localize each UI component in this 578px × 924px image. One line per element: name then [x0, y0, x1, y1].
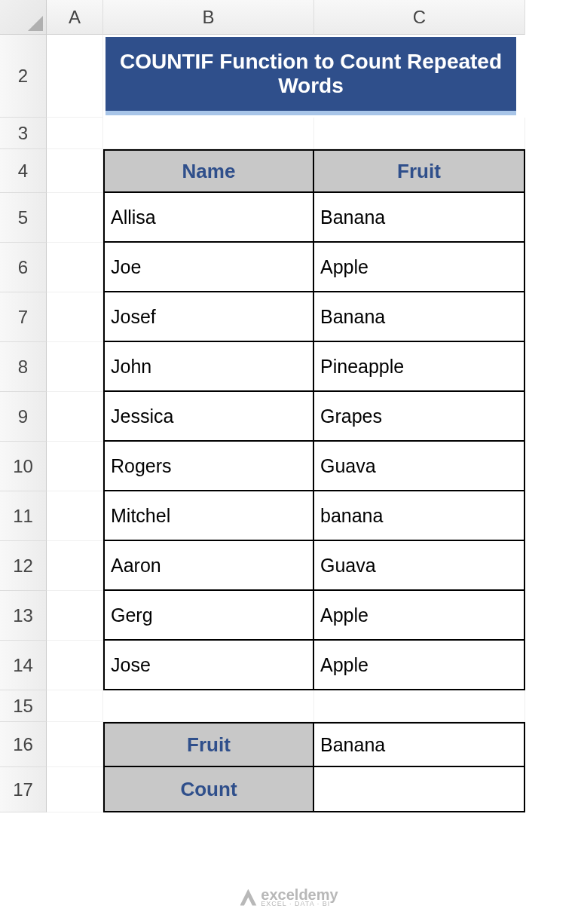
column-header-B[interactable]: B — [103, 0, 314, 35]
table-cell-name[interactable]: Rogers — [103, 442, 314, 491]
table-cell-name[interactable]: Jose — [103, 641, 314, 690]
table-cell-name[interactable]: Mitchel — [103, 491, 314, 541]
cell-A6[interactable] — [47, 243, 103, 292]
row-header-2[interactable]: 2 — [0, 35, 47, 118]
table-cell-fruit[interactable]: Apple — [314, 591, 525, 641]
row-header-11[interactable]: 11 — [0, 491, 47, 541]
cell-A8[interactable] — [47, 342, 103, 392]
cell-A3[interactable] — [47, 118, 103, 149]
row-header-7[interactable]: 7 — [0, 292, 47, 342]
column-header-A[interactable]: A — [47, 0, 103, 35]
table-header-fruit[interactable]: Fruit — [314, 149, 525, 193]
summary-fruit-label[interactable]: Fruit — [103, 722, 314, 767]
cell-A10[interactable] — [47, 442, 103, 491]
cell-A15[interactable] — [47, 690, 103, 722]
cell-A16[interactable] — [47, 722, 103, 767]
row-header-16[interactable]: 16 — [0, 722, 47, 767]
cell-A14[interactable] — [47, 641, 103, 690]
column-header-C[interactable]: C — [314, 0, 525, 35]
table-cell-fruit[interactable]: Banana — [314, 193, 525, 243]
table-cell-name[interactable]: Gerg — [103, 591, 314, 641]
cell-B3[interactable] — [103, 118, 314, 149]
table-cell-fruit[interactable]: Apple — [314, 641, 525, 690]
summary-fruit-value[interactable]: Banana — [314, 722, 525, 767]
cell-A17[interactable] — [47, 767, 103, 812]
row-header-14[interactable]: 14 — [0, 641, 47, 690]
table-cell-fruit[interactable]: Apple — [314, 243, 525, 292]
select-all-corner[interactable] — [0, 0, 47, 35]
row-header-15[interactable]: 15 — [0, 690, 47, 722]
row-header-9[interactable]: 9 — [0, 392, 47, 442]
table-cell-name[interactable]: Aaron — [103, 541, 314, 591]
spreadsheet-grid: A B C 2 COUNTIF Function to Count Repeat… — [0, 0, 578, 812]
table-cell-fruit[interactable]: Grapes — [314, 392, 525, 442]
row-header-5[interactable]: 5 — [0, 193, 47, 243]
table-cell-name[interactable]: Jessica — [103, 392, 314, 442]
table-cell-fruit[interactable]: Pineapple — [314, 342, 525, 392]
watermark-logo-icon — [240, 889, 256, 906]
table-cell-name[interactable]: Josef — [103, 292, 314, 342]
row-header-12[interactable]: 12 — [0, 541, 47, 591]
cell-A7[interactable] — [47, 292, 103, 342]
cell-B15[interactable] — [103, 690, 314, 722]
row-header-17[interactable]: 17 — [0, 767, 47, 812]
table-cell-fruit[interactable]: Banana — [314, 292, 525, 342]
cell-A12[interactable] — [47, 541, 103, 591]
summary-count-label[interactable]: Count — [103, 767, 314, 812]
cell-A4[interactable] — [47, 149, 103, 193]
cell-A11[interactable] — [47, 491, 103, 541]
row-header-13[interactable]: 13 — [0, 591, 47, 641]
row-header-10[interactable]: 10 — [0, 442, 47, 491]
table-header-name[interactable]: Name — [103, 149, 314, 193]
table-cell-fruit[interactable]: Guava — [314, 442, 525, 491]
table-cell-name[interactable]: Allisa — [103, 193, 314, 243]
cell-A2[interactable] — [47, 35, 103, 118]
cell-C15[interactable] — [314, 690, 525, 722]
cell-C3[interactable] — [314, 118, 525, 149]
table-cell-fruit[interactable]: banana — [314, 491, 525, 541]
cell-A5[interactable] — [47, 193, 103, 243]
watermark-tagline: EXCEL · DATA · BI — [261, 901, 338, 907]
row-header-3[interactable]: 3 — [0, 118, 47, 149]
cell-A13[interactable] — [47, 591, 103, 641]
table-cell-name[interactable]: John — [103, 342, 314, 392]
row-header-6[interactable]: 6 — [0, 243, 47, 292]
watermark: exceldemy EXCEL · DATA · BI — [240, 887, 338, 907]
table-cell-fruit[interactable]: Guava — [314, 541, 525, 591]
table-cell-name[interactable]: Joe — [103, 243, 314, 292]
title-banner: COUNTIF Function to Count Repeated Words — [106, 37, 516, 115]
cell-A9[interactable] — [47, 392, 103, 442]
summary-count-value[interactable] — [314, 767, 525, 812]
row-header-8[interactable]: 8 — [0, 342, 47, 392]
row-header-4[interactable]: 4 — [0, 149, 47, 193]
